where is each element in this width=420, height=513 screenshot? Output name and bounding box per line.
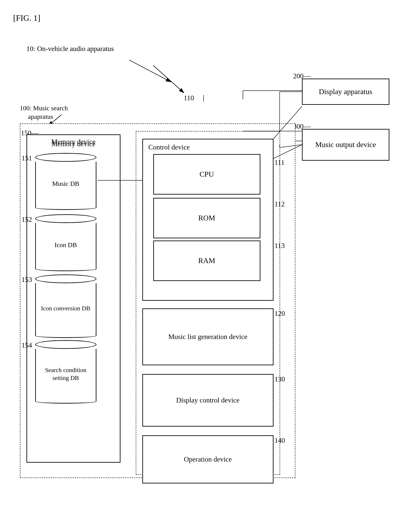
svg-line-12 bbox=[153, 65, 184, 93]
icon-db-cylinder: Icon DB bbox=[35, 214, 97, 271]
music-output-device-box: Music output device bbox=[302, 129, 389, 161]
num-153-label: 153 bbox=[22, 276, 32, 284]
num-130-label: 130 bbox=[275, 375, 285, 383]
num-120-label: 120 bbox=[275, 310, 285, 318]
apparatus-label: 10: On-vehicle audio apparatus bbox=[26, 45, 114, 53]
num-111-label: 111 bbox=[275, 158, 285, 167]
display-control-box: Display control device bbox=[142, 374, 274, 427]
memory-device-title: Memory device bbox=[40, 138, 107, 146]
music-list-gen-box: Music list generation device bbox=[142, 308, 274, 365]
rom-box: ROM bbox=[153, 198, 260, 238]
svg-line-1 bbox=[129, 60, 171, 82]
search-condition-db-cylinder: Search condition setting DB bbox=[35, 340, 97, 404]
diagram-container: 10: On-vehicle audio apparatus 200— Disp… bbox=[13, 31, 407, 491]
num-151-label: 151 bbox=[22, 154, 32, 162]
music-search-label: 100: Music search apapratus bbox=[20, 104, 68, 121]
operation-device-box: Operation device bbox=[142, 435, 274, 483]
num-112-label: 112 bbox=[275, 200, 285, 208]
num-113-label: 113 bbox=[275, 242, 285, 250]
figure-label: [FIG. 1] bbox=[13, 13, 407, 23]
page: [FIG. 1] bbox=[0, 0, 420, 513]
music-db-cylinder: Music DB bbox=[35, 153, 97, 210]
num-152-label: 152 bbox=[22, 215, 32, 224]
num-154-label: 154 bbox=[22, 341, 32, 349]
display-apparatus-box: Display apparatus bbox=[302, 78, 389, 105]
ram-box: RAM bbox=[153, 241, 260, 281]
num-140-label: 140 bbox=[275, 436, 285, 444]
icon-conversion-db-cylinder: Icon conversion DB bbox=[35, 274, 97, 338]
cpu-box: CPU bbox=[153, 154, 260, 194]
num-110-label: 110 bbox=[184, 94, 194, 102]
